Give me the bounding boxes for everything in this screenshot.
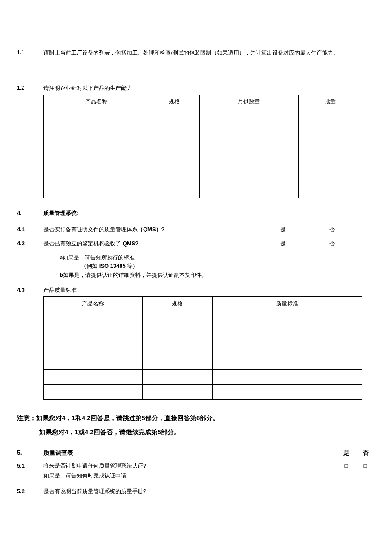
table-row[interactable] — [44, 355, 362, 370]
question-5-2-options: □ □ — [337, 487, 375, 496]
col-yes: 是 — [337, 448, 356, 457]
checkbox-no[interactable]: □ — [356, 462, 375, 479]
question-5-1-line2-text: 如果是，请告知何时完成认证申请. — [43, 472, 128, 479]
question-options: □是 □否 — [277, 239, 375, 248]
section-number: 4. — [17, 209, 43, 218]
option-yes[interactable]: □是 — [277, 225, 326, 234]
question-5-1-fill-line[interactable] — [131, 471, 293, 477]
note-a-fill-line[interactable] — [139, 253, 280, 259]
item-text: 请注明企业针对以下产品的生产能力: — [43, 84, 375, 93]
yn-header: 是 否 — [337, 448, 375, 457]
col-header-product: 产品名称 — [44, 95, 149, 108]
table-row[interactable] — [44, 310, 362, 325]
table-row[interactable] — [44, 138, 362, 153]
question-text: 产品质量标准 — [43, 286, 375, 294]
question-number: 5.1 — [17, 462, 43, 479]
question-number: 4.1 — [17, 225, 43, 234]
note-a-text: 如果是，请告知所执行的标准. — [63, 254, 136, 261]
question-options: □是 □否 — [277, 225, 375, 234]
question-4-3: 4.3 产品质量标准 — [17, 286, 375, 294]
table-row[interactable] — [44, 370, 362, 385]
item-number: 1.1 — [17, 49, 43, 56]
table-row[interactable] — [44, 168, 362, 183]
capacity-table-wrap: 产品名称 规格 月供数量 批量 — [43, 95, 362, 198]
section-title: 质量管理系统: — [43, 209, 375, 218]
question-4-2-notes: a如果是，请告知所执行的标准. （例如 ISO 13485 等） b如果是，请提… — [60, 253, 375, 280]
section-title: 质量调查表 — [43, 448, 337, 457]
notice-block: 注意：如果您对4．1和4.2回答是，请跳过第5部分，直接回答第6部分。 如果您对… — [17, 411, 375, 439]
table-row[interactable] — [44, 325, 362, 340]
capacity-table: 产品名称 规格 月供数量 批量 — [43, 95, 362, 198]
notice-line1: 注意：如果您对4．1和4.2回答是，请跳过第5部分，直接回答第6部分。 — [17, 414, 219, 421]
note-b-label: b — [60, 272, 63, 278]
option-yes[interactable]: □是 — [277, 239, 326, 248]
col-header-batch: 批量 — [298, 95, 362, 108]
note-a-example: （例如 ISO 13485 等） — [81, 262, 375, 271]
question-text: 是否有说明当前质量管理系统的质量手册? — [43, 487, 337, 496]
question-number: 4.2 — [17, 239, 43, 248]
note-a-example-bold: ISO 13485 — [99, 263, 126, 269]
table-row[interactable] — [44, 340, 362, 355]
checkbox-yes[interactable]: □ — [337, 462, 356, 479]
table-row[interactable] — [44, 108, 362, 123]
col-header-product: 产品名称 — [44, 297, 143, 310]
note-a-example-prefix: （例如 — [81, 263, 99, 269]
note-b-text: 如果是，请提供认证的详细资料，并提供认证副本复印件。 — [63, 272, 207, 278]
notice-line2: 如果您对4．1或4.2回答否，请继续完成第5部分。 — [39, 425, 375, 439]
question-text-plain: 是否已有独立的鉴定机构验收了 — [43, 240, 123, 247]
question-5-2: 5.2 是否有说明当前质量管理系统的质量手册? □ □ — [17, 487, 375, 496]
item-1-1: 1.1 请附上当前工厂设备的列表，包括加工、处理和检查/测试的包装限制（如果适用… — [17, 49, 375, 57]
question-number: 4.3 — [17, 286, 43, 294]
question-text: 是否实行备有证明文件的质量管理体系（QMS）? — [43, 225, 277, 234]
item-1-2: 1.2 请注明企业针对以下产品的生产能力: — [17, 84, 375, 93]
question-5-1-line1: 将来是否计划申请任何质量管理系统认证? — [43, 462, 337, 470]
section-5-heading: 5. 质量调查表 是 否 — [17, 448, 375, 457]
item-text: 请附上当前工厂设备的列表，包括加工、处理和检查/测试的包装限制（如果适用），并计… — [43, 49, 375, 57]
option-no[interactable]: □否 — [326, 225, 375, 234]
col-header-monthly: 月供数量 — [200, 95, 299, 108]
note-a-example-suffix: 等） — [126, 263, 138, 269]
table-row[interactable] — [44, 183, 362, 198]
question-5-1: 5.1 将来是否计划申请任何质量管理系统认证? 如果是，请告知何时完成认证申请.… — [17, 462, 375, 479]
question-text-bold: QMS? — [123, 240, 139, 247]
col-header-spec: 规格 — [149, 95, 200, 108]
question-text: 是否已有独立的鉴定机构验收了 QMS? — [43, 239, 277, 248]
question-number: 5.2 — [17, 487, 43, 496]
question-text-part-b: （QMS）? — [138, 226, 165, 232]
section-4-heading: 4. 质量管理系统: — [17, 209, 375, 218]
col-no: 否 — [356, 448, 375, 457]
question-5-1-line2: 如果是，请告知何时完成认证申请. — [43, 471, 337, 480]
question-text-part-a: 是否实行备有证明文件的质量管理体系 — [43, 226, 138, 232]
table-row[interactable] — [44, 123, 362, 138]
item-number: 1.2 — [17, 84, 43, 92]
question-5-1-options: □ □ — [337, 462, 375, 479]
note-b: b如果是，请提供认证的详细资料，并提供认证副本复印件。 — [60, 271, 375, 280]
col-header-standard: 质量标准 — [212, 297, 362, 310]
question-4-1: 4.1 是否实行备有证明文件的质量管理体系（QMS）? □是 □否 — [17, 225, 375, 234]
col-header-spec: 规格 — [142, 297, 212, 310]
section-number: 5. — [17, 448, 43, 457]
question-4-2: 4.2 是否已有独立的鉴定机构验收了 QMS? □是 □否 — [17, 239, 375, 248]
checkbox-no[interactable]: □ — [349, 487, 368, 496]
option-no[interactable]: □否 — [326, 239, 375, 248]
table-row[interactable] — [44, 153, 362, 168]
quality-standard-table: 产品名称 规格 质量标准 — [43, 296, 362, 400]
table-row[interactable] — [44, 385, 362, 400]
quality-standard-table-wrap: 产品名称 规格 质量标准 — [43, 296, 362, 400]
note-a: a如果是，请告知所执行的标准. — [60, 253, 375, 262]
question-body: 将来是否计划申请任何质量管理系统认证? 如果是，请告知何时完成认证申请. — [43, 462, 337, 479]
